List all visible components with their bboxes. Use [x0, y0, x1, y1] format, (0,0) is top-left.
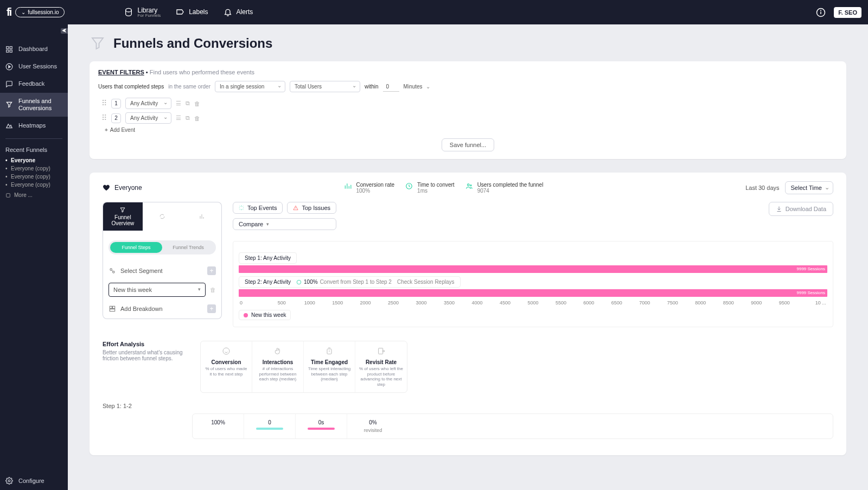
- users-select[interactable]: Total Users: [290, 81, 360, 92]
- x-axis-tick: 3000: [407, 300, 435, 306]
- add-breakdown-row[interactable]: Add Breakdown +: [108, 304, 216, 313]
- session-select[interactable]: In a single session: [215, 81, 285, 92]
- segment-select[interactable]: New this week: [108, 283, 206, 297]
- drag-handle-icon[interactable]: ⠿: [101, 101, 107, 106]
- svg-point-15: [113, 271, 115, 273]
- top-events-chip[interactable]: Top Events: [233, 202, 283, 214]
- report-left-panel: Funnel Overview Funnel Steps Funnel Tren…: [103, 202, 222, 327]
- save-funnel-button[interactable]: Save funnel...: [442, 138, 494, 151]
- funnel-step-row: ⠿ 2 Any Activity ☰ ⧉ 🗑: [98, 112, 838, 124]
- subtabs: Funnel Steps Funnel Trends: [108, 240, 216, 254]
- activity-select[interactable]: Any Activity: [125, 112, 171, 124]
- heart-icon[interactable]: [103, 184, 110, 192]
- effort-val-revisit: 0%revisited: [347, 414, 399, 438]
- svg-point-14: [110, 269, 112, 271]
- add-event-button[interactable]: + Add Event: [98, 127, 838, 133]
- subtab-funnel-trends[interactable]: Funnel Trends: [162, 242, 214, 253]
- session-replays-link[interactable]: Check Session Replays: [397, 279, 455, 285]
- chevron-down-icon: ⌄: [21, 9, 25, 15]
- plus-icon[interactable]: +: [207, 266, 216, 275]
- sidebar-item-configure[interactable]: Configure: [0, 472, 68, 490]
- activity-select[interactable]: Any Activity: [125, 98, 171, 109]
- conversion-pct: 100%: [304, 279, 318, 285]
- chip-label: Top Events: [247, 205, 277, 211]
- site-selector[interactable]: ⌄ fullsession.io: [15, 7, 65, 17]
- chart-bar[interactable]: 9999 Sessions: [239, 289, 827, 297]
- spark-icon: [239, 205, 244, 211]
- top-nav: Library For Funnels Labels Alerts: [124, 7, 253, 17]
- sidebar-item-heatmaps[interactable]: Heatmaps: [0, 117, 68, 134]
- tab-secondary-1[interactable]: [143, 202, 182, 231]
- chart-step-1: Step 1: Any Activity 9999 Sessions: [239, 252, 827, 273]
- label-icon: [176, 8, 184, 16]
- svg-point-21: [223, 348, 229, 354]
- plus-icon: +: [105, 127, 108, 133]
- top-issues-chip[interactable]: Top Issues: [287, 202, 336, 214]
- bar-value: 9999 Sessions: [797, 289, 825, 297]
- copy-icon[interactable]: ⧉: [186, 100, 190, 107]
- chart-step-label[interactable]: Step 1: Any Activity: [239, 252, 297, 264]
- minutes-select[interactable]: Minutes ⌄: [404, 84, 430, 90]
- svg-point-13: [470, 185, 471, 186]
- play-icon: [5, 63, 13, 71]
- effort-col-time: Time Engaged Time spent interacting betw…: [304, 341, 355, 392]
- recent-funnels-list: Everyone Everyone (copy) Everyone (copy)…: [0, 156, 68, 189]
- recent-funnel-item[interactable]: Everyone: [5, 156, 68, 164]
- x-axis-tick: 10 ...: [798, 300, 826, 306]
- topbar: fi ⌄ fullsession.io Library For Funnels …: [0, 0, 868, 24]
- sidebar-item-feedback[interactable]: Feedback: [0, 75, 68, 93]
- download-data-button[interactable]: Download Data: [769, 202, 833, 216]
- svg-marker-8: [9, 66, 10, 68]
- user-badge[interactable]: F. SEO: [834, 7, 861, 18]
- x-axis-tick: 1000: [296, 300, 323, 306]
- filters-text: in the same order: [168, 84, 210, 90]
- subtab-funnel-steps[interactable]: Funnel Steps: [110, 242, 162, 253]
- within-input[interactable]: [383, 82, 399, 92]
- nav-library[interactable]: Library For Funnels: [124, 7, 161, 17]
- filter-icon[interactable]: ☰: [176, 100, 181, 107]
- recent-funnel-item[interactable]: Everyone (copy): [5, 181, 68, 189]
- filter-icon[interactable]: ☰: [176, 114, 181, 122]
- refresh-icon: [159, 213, 165, 220]
- collapse-sidebar-icon[interactable]: ⮜: [61, 28, 68, 34]
- chart-bar[interactable]: 9999 Sessions: [239, 265, 827, 273]
- heatmap-icon: [5, 122, 13, 129]
- x-axis-tick: 9500: [770, 300, 798, 306]
- event-filters-desc: Find users who performed these events: [150, 69, 254, 75]
- info-icon[interactable]: [816, 8, 826, 17]
- sidebar-item-sessions[interactable]: User Sessions: [0, 58, 68, 75]
- select-segment-row[interactable]: Select Segment +: [108, 266, 216, 275]
- effort-col-interactions: Interactions # of interactions performed…: [252, 341, 304, 392]
- compare-chip[interactable]: Compare ▾: [233, 218, 336, 230]
- legend-dot: [244, 313, 248, 317]
- funnel-step-row: ⠿ 1 Any Activity ☰ ⧉ 🗑: [98, 98, 838, 109]
- plus-icon[interactable]: +: [207, 304, 216, 313]
- copy-icon[interactable]: ⧉: [186, 114, 190, 122]
- nav-alerts[interactable]: Alerts: [224, 7, 253, 17]
- effort-metrics-header: Conversion % of users who made it to the…: [200, 341, 407, 393]
- sidebar-label: Dashboard: [18, 46, 48, 53]
- delete-segment-icon[interactable]: 🗑: [210, 287, 216, 293]
- drag-handle-icon[interactable]: ⠿: [101, 116, 107, 121]
- chart-step-label[interactable]: Step 2: Any Activity 100% Convert from S…: [239, 276, 461, 288]
- sidebar: ⮜ Dashboard User Sessions Feedback Funne…: [0, 24, 68, 490]
- svg-point-12: [467, 184, 469, 186]
- delete-icon[interactable]: 🗑: [194, 115, 200, 122]
- tab-secondary-2[interactable]: [182, 202, 221, 231]
- x-axis-tick: 500: [267, 300, 295, 306]
- sidebar-item-funnels[interactable]: Funnels and Conversions: [0, 93, 68, 117]
- nav-labels[interactable]: Labels: [176, 7, 208, 17]
- report-right-panel: Top Events Top Issues Compare: [233, 202, 833, 327]
- bar-value: 9999 Sessions: [797, 265, 825, 273]
- funnel-report-card: Everyone Conversion rate100% Time to con…: [90, 173, 846, 455]
- exit-icon: [377, 347, 386, 355]
- recent-funnel-item[interactable]: Everyone (copy): [5, 173, 68, 181]
- step-number: 2: [111, 113, 121, 123]
- funnel-name: Everyone: [103, 184, 142, 192]
- sidebar-item-dashboard[interactable]: Dashboard: [0, 41, 68, 58]
- recent-funnels-more[interactable]: More ...: [0, 189, 68, 201]
- recent-funnel-item[interactable]: Everyone (copy): [5, 164, 68, 173]
- select-time-dropdown[interactable]: Select Time: [785, 181, 833, 194]
- tab-funnel-overview[interactable]: Funnel Overview: [103, 202, 143, 231]
- delete-icon[interactable]: 🗑: [194, 100, 200, 107]
